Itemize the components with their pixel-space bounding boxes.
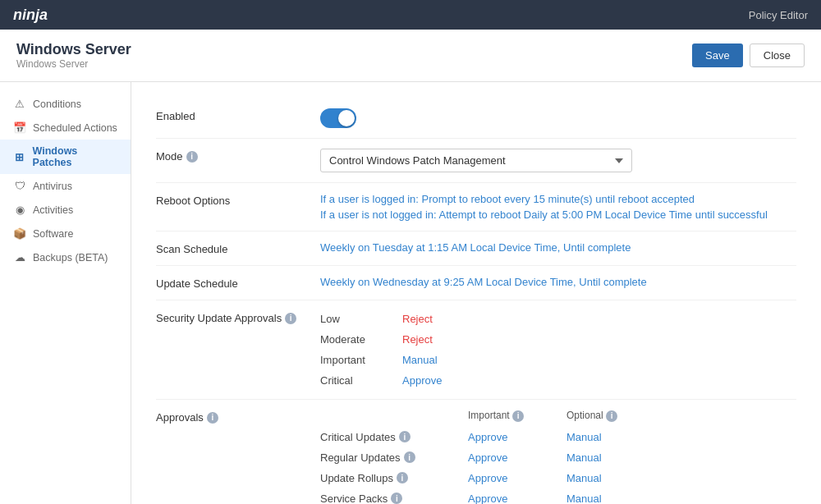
software-icon: 📦 (13, 227, 26, 240)
windows-patches-icon: ⊞ (13, 151, 26, 163)
approvals-optional-update-rollups: Manual (566, 470, 649, 487)
antivirus-icon: 🛡 (13, 180, 26, 192)
scan-schedule-row: Scan Schedule Weekly on Tuesday at 1:15 … (156, 231, 796, 266)
page-subtitle: Windows Server (16, 58, 131, 70)
scan-schedule-label: Scan Schedule (156, 241, 320, 255)
update-schedule-value: Weekly on Wednesday at 9:25 AM Local Dev… (320, 276, 796, 288)
activities-icon: ◉ (13, 204, 26, 216)
sidebar: ⚠ Conditions 📅 Scheduled Actions ⊞ Windo… (0, 82, 131, 504)
enabled-label: Enabled (156, 108, 320, 122)
top-nav: ninja Policy Editor (0, 0, 821, 30)
sidebar-item-conditions[interactable]: ⚠ Conditions (0, 92, 131, 116)
sidebar-item-windows-patches[interactable]: ⊞ Windows Patches (0, 140, 131, 174)
save-button[interactable]: Save (692, 44, 743, 67)
scheduled-actions-icon: 📅 (13, 121, 26, 134)
approvals-value: Important i Optional i Critical Updates … (320, 410, 796, 504)
main-content: Enabled Mode i Control Windows Patch Man… (131, 82, 821, 504)
security-info-icon[interactable]: i (285, 313, 296, 324)
conditions-icon: ⚠ (13, 98, 26, 110)
security-update-approvals-value: Low Reject Moderate Reject Important Man… (320, 310, 796, 389)
service-packs-info-icon[interactable]: i (391, 493, 402, 504)
security-level-important: Important (320, 351, 402, 369)
security-grid: Low Reject Moderate Reject Important Man… (320, 310, 796, 389)
sidebar-item-antivirus[interactable]: 🛡 Antivirus (0, 174, 131, 198)
sidebar-label-software: Software (33, 228, 73, 240)
sidebar-item-backups[interactable]: ☁ Backups (BETA) (0, 245, 131, 269)
reboot-line2-link[interactable]: If a user is not logged in: Attempt to r… (320, 208, 768, 221)
reboot-line1-link[interactable]: If a user is logged in: Prompt to reboot… (320, 193, 695, 205)
approvals-name-critical-updates: Critical Updates i (320, 428, 468, 446)
sidebar-label-activities: Activities (33, 204, 73, 216)
approvals-important-regular-updates: Approve (468, 449, 566, 466)
sidebar-label-backups: Backups (BETA) (33, 252, 108, 263)
sidebar-label-conditions: Conditions (33, 99, 81, 110)
scan-schedule-link[interactable]: Weekly on Tuesday at 1:15 AM Local Devic… (320, 241, 631, 254)
update-schedule-row: Update Schedule Weekly on Wednesday at 9… (156, 266, 796, 300)
approvals-optional-critical-updates: Manual (566, 428, 649, 446)
security-update-approvals-label: Security Update Approvals i (156, 310, 320, 324)
sidebar-label-scheduled-actions: Scheduled Actions (33, 122, 117, 134)
close-button[interactable]: Close (750, 44, 805, 67)
main-layout: ⚠ Conditions 📅 Scheduled Actions ⊞ Windo… (0, 82, 821, 504)
reboot-options-row: Reboot Options If a user is logged in: P… (156, 183, 796, 231)
critical-updates-info-icon[interactable]: i (399, 431, 410, 442)
mode-value: Control Windows Patch Management Monitor… (320, 149, 796, 172)
mode-select[interactable]: Control Windows Patch Management Monitor… (320, 149, 632, 172)
approvals-grid: Important i Optional i Critical Updates … (320, 410, 796, 504)
security-action-critical: Approve (402, 372, 468, 389)
approvals-important-service-packs: Approve (468, 490, 566, 505)
update-rollups-info-icon[interactable]: i (397, 472, 408, 483)
backups-icon: ☁ (13, 251, 26, 263)
important-info-icon[interactable]: i (512, 410, 524, 422)
approvals-name-service-packs: Service Packs i (320, 490, 468, 505)
regular-updates-info-icon[interactable]: i (404, 451, 415, 463)
enabled-value (320, 108, 796, 128)
sidebar-label-antivirus: Antivirus (33, 181, 72, 192)
security-action-moderate: Reject (402, 331, 468, 348)
security-level-low: Low (320, 310, 402, 328)
sidebar-item-scheduled-actions[interactable]: 📅 Scheduled Actions (0, 116, 131, 140)
approvals-optional-regular-updates: Manual (566, 449, 649, 466)
policy-editor-label: Policy Editor (749, 9, 808, 21)
approvals-important-critical-updates: Approve (468, 428, 566, 446)
reboot-options-value: If a user is logged in: Prompt to reboot… (320, 193, 796, 221)
page-title: Windows Server (16, 41, 131, 58)
sidebar-item-software[interactable]: 📦 Software (0, 222, 131, 245)
approvals-important-update-rollups: Approve (468, 470, 566, 487)
enabled-toggle[interactable] (320, 108, 356, 128)
sidebar-item-activities[interactable]: ◉ Activities (0, 198, 131, 222)
optional-info-icon[interactable]: i (606, 410, 617, 422)
mode-info-icon[interactable]: i (186, 151, 198, 163)
security-level-moderate: Moderate (320, 331, 402, 348)
mode-label: Mode i (156, 149, 320, 163)
sidebar-label-windows-patches: Windows Patches (33, 145, 117, 168)
header-actions: Save Close (692, 44, 805, 67)
scan-schedule-value: Weekly on Tuesday at 1:15 AM Local Devic… (320, 241, 796, 254)
approvals-row: Approvals i Important i Optional i Criti… (156, 400, 796, 504)
approvals-info-icon[interactable]: i (207, 412, 218, 424)
reboot-options-label: Reboot Options (156, 193, 320, 207)
approvals-col-optional: Optional i (566, 410, 649, 425)
approvals-name-update-rollups: Update Rollups i (320, 470, 468, 487)
security-action-low: Reject (402, 310, 468, 328)
ninja-logo: ninja (13, 7, 48, 24)
update-schedule-label: Update Schedule (156, 276, 320, 290)
mode-row: Mode i Control Windows Patch Management … (156, 139, 796, 183)
update-schedule-link[interactable]: Weekly on Wednesday at 9:25 AM Local Dev… (320, 276, 647, 288)
security-update-approvals-row: Security Update Approvals i Low Reject M… (156, 300, 796, 400)
header-title-block: Windows Server Windows Server (16, 41, 131, 70)
approvals-optional-service-packs: Manual (566, 490, 649, 505)
approvals-col-name (320, 410, 468, 425)
approvals-col-important: Important i (468, 410, 566, 425)
enabled-row: Enabled (156, 99, 796, 139)
header-bar: Windows Server Windows Server Save Close (0, 30, 821, 82)
approvals-name-regular-updates: Regular Updates i (320, 449, 468, 466)
approvals-label: Approvals i (156, 410, 320, 424)
security-action-important: Manual (402, 351, 468, 369)
security-level-critical: Critical (320, 372, 402, 389)
